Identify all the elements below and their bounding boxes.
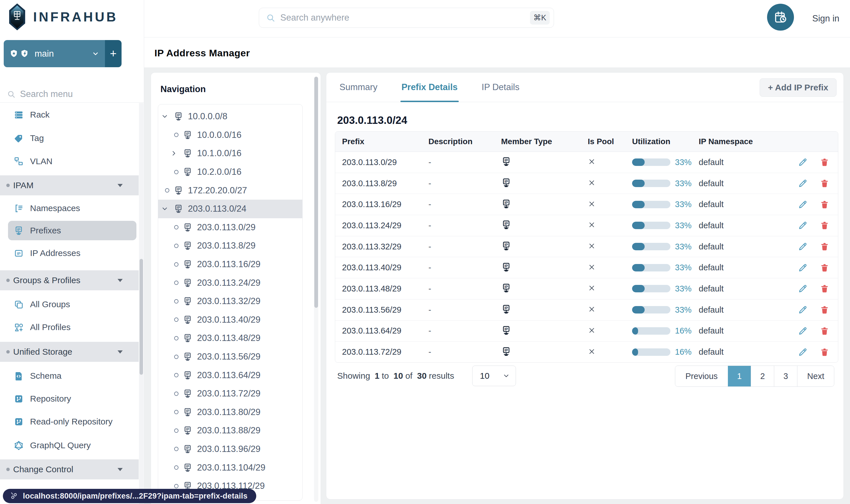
sidebar-item-vlan[interactable]: VLAN <box>0 150 139 173</box>
table-row[interactable]: 203.0.113.16/29-IP33%default <box>335 194 838 215</box>
tree-item-203-0-113-0-24[interactable]: IP203.0.113.0/24 <box>158 200 302 218</box>
cell-description: - <box>429 263 501 272</box>
sidebar-item-namespaces[interactable]: Namespaces <box>0 197 139 220</box>
showing-from: 1 <box>373 371 382 381</box>
edit-button[interactable] <box>798 179 808 188</box>
cell-prefix: 203.0.113.56/29 <box>335 305 429 314</box>
next-page-button[interactable]: Next <box>797 366 834 386</box>
tree-item-172-20-20-0-27[interactable]: IP172.20.20.0/27 <box>158 181 302 200</box>
delete-button[interactable] <box>820 242 829 251</box>
tree-item-203-0-113-0-29[interactable]: IP203.0.113.0/29 <box>158 218 302 237</box>
chevron-right-icon[interactable] <box>172 149 180 158</box>
tree-item-203-0-113-80-29[interactable]: IP203.0.113.80/29 <box>158 403 302 421</box>
sidebar-item-graphql-query[interactable]: GraphQL Query <box>0 434 139 457</box>
cell-member-type: IP <box>501 199 588 210</box>
edit-button[interactable] <box>798 263 808 273</box>
delete-button[interactable] <box>820 284 829 293</box>
namespaces-icon <box>14 203 24 213</box>
tree-item-203-0-113-32-29[interactable]: IP203.0.113.32/29 <box>158 292 302 311</box>
delete-button[interactable] <box>820 305 829 314</box>
tree-item-203-0-113-64-29[interactable]: IP203.0.113.64/29 <box>158 366 302 384</box>
sidebar-item-prefixes[interactable]: IPPrefixes <box>8 221 137 240</box>
delete-button[interactable] <box>820 220 829 230</box>
sidebar-item-all-groups[interactable]: All Groups <box>0 293 139 316</box>
tree-item-203-0-113-72-29[interactable]: IP203.0.113.72/29 <box>158 384 302 403</box>
table-row[interactable]: 203.0.113.0/29-IP33%default <box>335 152 838 173</box>
sidebar-section-label: Unified Storage <box>13 347 117 357</box>
edit-button[interactable] <box>798 220 808 230</box>
chevron-down-icon[interactable] <box>163 204 171 213</box>
sidebar-item-repository[interactable]: Repository <box>0 387 139 410</box>
sidebar-search-input[interactable]: Search menu <box>0 86 144 103</box>
tab-ip-details[interactable]: IP Details <box>482 73 519 102</box>
tree-item-10-0-0-0-16[interactable]: IP10.0.0.0/16 <box>158 126 302 144</box>
tree-item-203-0-113-56-29[interactable]: IP203.0.113.56/29 <box>158 347 302 366</box>
tree-item-203-0-113-8-29[interactable]: IP203.0.113.8/29 <box>158 237 302 255</box>
page-button-1[interactable]: 1 <box>728 366 751 386</box>
sidebar-item-ip-addresses[interactable]: IPIP Addresses <box>0 242 139 265</box>
edit-button[interactable] <box>798 305 808 314</box>
sidebar-section-groups-profiles[interactable]: Groups & Profiles <box>0 270 139 290</box>
global-search-input[interactable]: Search anywhere ⌘K <box>259 8 554 28</box>
edit-button[interactable] <box>798 157 808 167</box>
sidebar-section-change-control[interactable]: Change Control <box>0 460 139 480</box>
tree-item-10-0-0-0-8[interactable]: IP10.0.0.0/8 <box>158 107 302 126</box>
table-row[interactable]: 203.0.113.48/29-IP33%default <box>335 278 838 299</box>
sidebar-section-ipam[interactable]: IPAM <box>0 175 139 195</box>
table-row[interactable]: 203.0.113.32/29-IP33%default <box>335 236 838 257</box>
tree-item-203-0-113-96-29[interactable]: IP203.0.113.96/29 <box>158 440 302 458</box>
table-row[interactable]: 203.0.113.8/29-IP33%default <box>335 173 838 194</box>
tree-item-label: 10.1.0.0/16 <box>197 148 241 159</box>
delete-button[interactable] <box>820 157 829 167</box>
cell-is-pool <box>588 326 632 336</box>
chevron-down-icon[interactable] <box>163 112 171 121</box>
previous-page-button[interactable]: Previous <box>675 366 728 386</box>
tree-item-203-0-113-48-29[interactable]: IP203.0.113.48/29 <box>158 329 302 347</box>
tab-summary[interactable]: Summary <box>340 73 378 102</box>
edit-button[interactable] <box>798 347 808 357</box>
page-size-select[interactable]: 10 <box>472 365 516 386</box>
table-row[interactable]: 203.0.113.24/29-IP33%default <box>335 215 838 236</box>
branch-dropdown[interactable]: main <box>4 40 105 67</box>
time-travel-button[interactable] <box>767 4 794 31</box>
navigation-scrollbar-thumb[interactable] <box>314 77 318 308</box>
edit-button[interactable] <box>798 242 808 251</box>
navigation-scrollbar[interactable] <box>314 77 318 502</box>
add-ip-prefix-button[interactable]: + Add IP Prefix <box>760 78 836 97</box>
delete-button[interactable] <box>820 200 829 210</box>
delete-button[interactable] <box>820 263 829 273</box>
sidebar-scrollbar-thumb[interactable] <box>140 259 143 375</box>
tab-prefix-details[interactable]: Prefix Details <box>401 73 458 102</box>
table-row[interactable]: 203.0.113.64/29-IP16%default <box>335 320 838 342</box>
edit-button[interactable] <box>798 284 808 293</box>
sign-in-button[interactable]: Sign in <box>812 0 839 37</box>
tree-item-10-2-0-0-16[interactable]: IP10.2.0.0/16 <box>158 163 302 181</box>
sidebar-item-rack[interactable]: Rack <box>0 103 139 126</box>
edit-button[interactable] <box>798 326 808 336</box>
cell-prefix: 203.0.113.32/29 <box>335 242 429 251</box>
sidebar-item-all-profiles[interactable]: All Profiles <box>0 316 139 339</box>
delete-button[interactable] <box>820 347 829 357</box>
edit-button[interactable] <box>798 200 808 210</box>
sidebar-scrollbar[interactable] <box>139 103 144 504</box>
tree-item-203-0-113-104-29[interactable]: IP203.0.113.104/29 <box>158 458 302 477</box>
tree-item-203-0-113-24-29[interactable]: IP203.0.113.24/29 <box>158 273 302 292</box>
infrahub-logo[interactable]: INFRAHUB <box>8 3 118 31</box>
sidebar-item-read-only-repository[interactable]: Read-only Repository <box>0 410 139 433</box>
delete-button[interactable] <box>820 179 829 188</box>
page-button-2[interactable]: 2 <box>751 366 774 386</box>
tree-item-203-0-113-16-29[interactable]: IP203.0.113.16/29 <box>158 255 302 274</box>
tree-item-203-0-113-88-29[interactable]: IP203.0.113.88/29 <box>158 421 302 440</box>
sidebar-section-unified-storage[interactable]: Unified Storage <box>0 342 139 362</box>
delete-button[interactable] <box>820 326 829 336</box>
add-branch-button[interactable]: + <box>105 40 122 67</box>
tree-item-10-1-0-0-16[interactable]: IP10.1.0.0/16 <box>158 144 302 163</box>
tree-item-203-0-113-40-29[interactable]: IP203.0.113.40/29 <box>158 311 302 329</box>
table-row[interactable]: 203.0.113.72/29-IP16%default <box>335 341 838 362</box>
page-button-3[interactable]: 3 <box>774 366 797 386</box>
table-row[interactable]: 203.0.113.56/29-IP33%default <box>335 299 838 320</box>
table-row[interactable]: 203.0.113.40/29-IP33%default <box>335 257 838 278</box>
sidebar-item-schema[interactable]: Schema <box>0 364 139 387</box>
sidebar-item-tag[interactable]: Tag <box>0 127 139 149</box>
svg-text:IP: IP <box>186 465 189 469</box>
